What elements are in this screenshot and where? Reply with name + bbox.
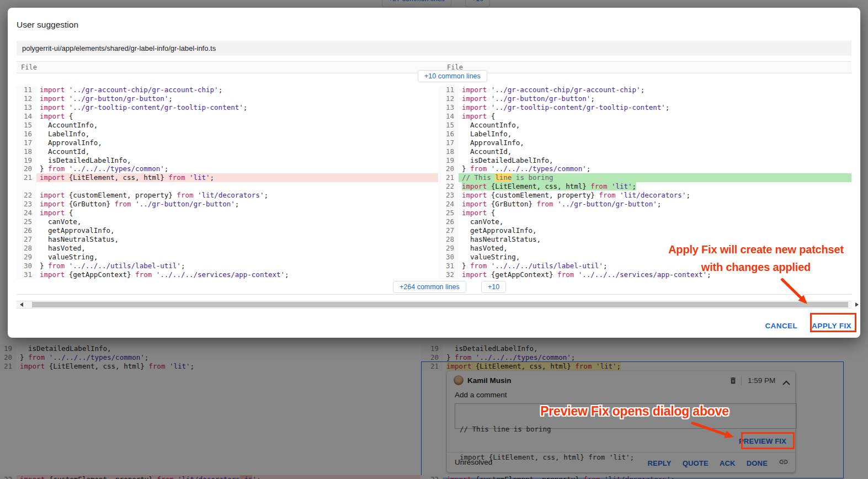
- code-line: 16 LabelInfo,: [439, 130, 851, 139]
- code-line: 24import {: [17, 209, 438, 217]
- user-suggestion-dialog: User suggestion polygerrit-ui/app/elemen…: [8, 8, 860, 338]
- code-line: 29 valueString,: [17, 253, 438, 262]
- code-line: 11import '../gr-account-chip/gr-account-…: [439, 86, 851, 94]
- code-line: 13import '../gr-tooltip-content/gr-toolt…: [439, 103, 851, 112]
- code-line: 14import {: [439, 112, 851, 121]
- common-lines-button[interactable]: +10 common lines: [418, 70, 487, 82]
- code-line: 19 isDetailedLabelInfo,: [439, 156, 851, 165]
- dialog-actions: CANCEL APPLY FIX: [765, 319, 851, 333]
- expand-lines-button[interactable]: +10: [481, 281, 506, 293]
- apply-fix-button[interactable]: APPLY FIX: [812, 319, 851, 333]
- code-line: 21// This line is boring: [439, 173, 851, 182]
- code-line: 21import {LitElement, css, html} from 'l…: [17, 173, 438, 182]
- diff-bottom-border: [17, 294, 851, 295]
- code-line: 28 hasVoted,: [17, 244, 438, 253]
- code-line: 24import {GrButton} from '../gr-button/g…: [439, 200, 851, 209]
- code-line: 27 getApprovalInfo,: [439, 226, 851, 235]
- code-line: 30 valueString,: [439, 253, 851, 262]
- code-line: 23import {GrButton} from '../gr-button/g…: [17, 200, 438, 209]
- code-line: 25import {: [439, 209, 851, 217]
- code-line: 27 hasNeutralStatus,: [17, 235, 438, 244]
- cancel-button[interactable]: CANCEL: [765, 319, 797, 333]
- code-line: 14import {: [17, 112, 438, 121]
- code-line: 12import '../gr-button/gr-button';: [439, 94, 851, 103]
- code-line: 29 hasVoted,: [439, 244, 851, 253]
- code-line: 12import '../gr-button/gr-button';: [17, 94, 438, 103]
- code-line: [17, 182, 438, 191]
- horizontal-scrollbar[interactable]: [17, 301, 851, 308]
- code-line: 28 hasNeutralStatus,: [439, 235, 851, 244]
- code-line: 15 AccountInfo,: [439, 121, 851, 130]
- code-line: 32import {getAppContext} from '../../../…: [439, 270, 851, 279]
- code-line: 17 ApprovalInfo,: [439, 139, 851, 147]
- code-line: 26 getApprovalInfo,: [17, 226, 438, 235]
- file-path: polygerrit-ui/app/elements/shared/gr-lab…: [17, 41, 851, 56]
- scroll-right-arrow[interactable]: [855, 302, 859, 307]
- code-line: 23import {customElement, property} from …: [439, 191, 851, 200]
- code-line: 22import {customElement, property} from …: [17, 191, 438, 200]
- code-line: 25 canVote,: [17, 217, 438, 226]
- code-line: 22import {LitElement, css, html} from 'l…: [439, 182, 851, 191]
- code-line: 20} from '../../../types/common';: [17, 164, 438, 173]
- code-line: 19 isDetailedLabelInfo,: [17, 156, 438, 165]
- scroll-left-arrow[interactable]: [20, 302, 23, 307]
- code-line: 18 AccountId,: [17, 147, 438, 156]
- code-line: 30} from '../../../utils/label-util';: [17, 262, 438, 270]
- code-line: 11import '../gr-account-chip/gr-account-…: [17, 86, 438, 94]
- code-line: 18 AccountId,: [439, 147, 851, 156]
- diff-right-pane: 11import '../gr-account-chip/gr-account-…: [439, 86, 851, 279]
- code-line: 31import {getAppContext} from '../../../…: [17, 270, 438, 279]
- scrollbar-thumb[interactable]: [32, 302, 848, 307]
- code-line: 13import '../gr-tooltip-content/gr-toolt…: [17, 103, 438, 112]
- code-line: 17 ApprovalInfo,: [17, 139, 438, 147]
- code-line: 20} from '../../../types/common';: [439, 164, 851, 173]
- common-lines-button[interactable]: +264 common lines: [393, 281, 466, 293]
- code-line: 31} from '../../../utils/label-util';: [439, 262, 851, 270]
- code-line: 15 AccountInfo,: [17, 121, 438, 130]
- left-file-header: File: [21, 63, 37, 71]
- diff-left-pane: 11import '../gr-account-chip/gr-account-…: [17, 86, 438, 279]
- code-line: 26 canVote,: [439, 217, 851, 226]
- dialog-title: User suggestion: [17, 20, 78, 30]
- code-line: 16 LabelInfo,: [17, 130, 438, 139]
